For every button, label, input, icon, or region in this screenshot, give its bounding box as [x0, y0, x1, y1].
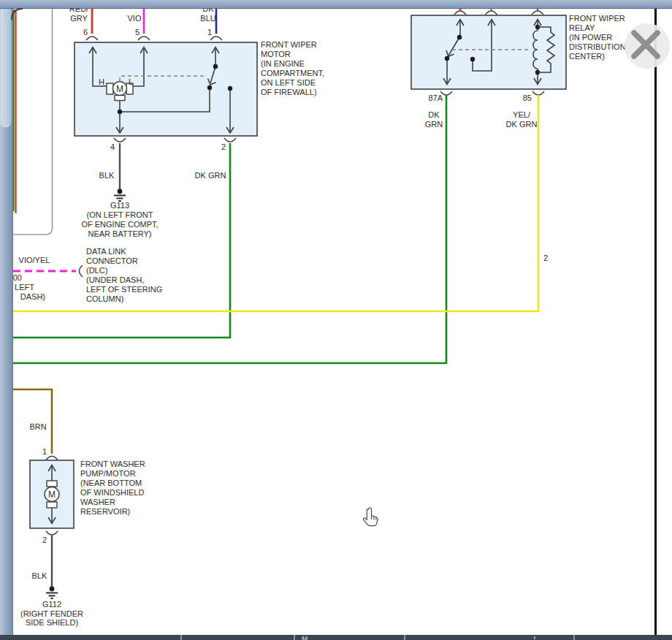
tab-divider: [180, 635, 182, 640]
front-washer-pump: BRN 1 M FRONT WASHER PUMP/MOTOR (NEAR BO…: [13, 389, 145, 627]
svg-text:CENTER): CENTER): [569, 52, 605, 61]
svg-text:COLUMN): COLUMN): [86, 294, 123, 303]
svg-text:DASH): DASH): [20, 292, 45, 301]
high-speed-label: H: [99, 77, 104, 86]
ground-symbol-g113: [114, 189, 126, 201]
pin-2-label: 2: [42, 536, 47, 544]
relay-contact-dot: [445, 56, 449, 61]
ground-location: NEAR BATTERY): [88, 229, 152, 238]
svg-text:MOTOR: MOTOR: [261, 50, 291, 58]
window-top-border: [0, 0, 672, 9]
ground-location: SIDE SHIELD): [26, 618, 78, 627]
svg-text:ON LEFT SIDE: ON LEFT SIDE: [261, 78, 316, 87]
pin-connector-arcs: [454, 11, 543, 15]
wire-label-vio-yel: VIO/YEL: [19, 256, 50, 264]
washer-pump-name: FRONT WASHER PUMP/MOTOR (NEAR BOTTOM OF …: [80, 460, 145, 516]
wire-label-vio: VIO: [128, 14, 142, 23]
wiper-relay-name: FRONT WIPER RELAY (IN POWER DISTRIBUTION…: [569, 14, 626, 61]
wire-label-dk-grn-1: DK: [428, 110, 440, 119]
pin-connector-arc: [46, 457, 58, 460]
wire-label-yel-2: DK GRN: [506, 120, 538, 129]
svg-text:DATA LINK: DATA LINK: [86, 247, 126, 256]
data-link-connector: VIO/YEL DATA LINK CONNECTOR (DLC) (UNDER…: [6, 247, 162, 303]
clipped-tab-mark: [534, 636, 535, 639]
pin-1-label: 1: [207, 28, 212, 37]
wire-label-dk-blu-2: BLU: [200, 14, 215, 23]
tab-divider: [294, 635, 295, 640]
svg-text:CONNECTOR: CONNECTOR: [86, 256, 138, 265]
bottom-tab-bar[interactable]: M: [0, 635, 672, 640]
junction-dot: [118, 110, 122, 114]
svg-text:(DLC): (DLC): [86, 266, 107, 275]
svg-text:(UNDER DASH,: (UNDER DASH,: [86, 275, 144, 284]
wire-label-brn: BRN: [29, 422, 46, 431]
svg-text:FRONT WIPER: FRONT WIPER: [569, 14, 625, 23]
pin-connector-arcs: [86, 37, 222, 40]
svg-text:00: 00: [13, 273, 22, 282]
motor-letter: M: [116, 84, 123, 94]
relay-contact-dot: [457, 35, 462, 39]
switch-contact-dot: [213, 64, 218, 69]
svg-text:FRONT WASHER: FRONT WASHER: [80, 460, 145, 468]
pin-1-label: 1: [42, 447, 47, 456]
pin-2-label-yellow-wire: 2: [543, 254, 548, 262]
pin-2-label: 2: [221, 142, 226, 151]
offscreen-component-box: [11, 9, 53, 235]
wire-label-yel-1: YEL/: [513, 110, 531, 119]
front-wiper-motor: RED/ GRY VIO DK BLU 6 5 1: [13, 4, 324, 338]
svg-text:RELAY: RELAY: [569, 23, 595, 32]
pin-85-label: 85: [523, 94, 532, 102]
switch-contact-dot: [228, 86, 232, 91]
ground-location: (RIGHT FENDER: [20, 609, 83, 618]
washer-motor-symbol: M: [45, 481, 59, 508]
svg-text:FRONT WIPER: FRONT WIPER: [261, 40, 317, 49]
pin-6-label: 6: [83, 28, 88, 37]
diagram-right-border: [654, 9, 657, 635]
ground-id-g112: G112: [42, 600, 61, 609]
svg-text:RESERVOIR): RESERVOIR): [80, 507, 130, 516]
svg-text:OF FIREWALL): OF FIREWALL): [261, 88, 317, 96]
tab-divider: [404, 635, 405, 640]
wiper-motor-name: FRONT WIPER MOTOR (IN ENGINE COMPARTMENT…: [261, 40, 324, 96]
ground-location: (ON LEFT FRONT: [87, 210, 153, 219]
wire-label-dk-grn: DK GRN: [195, 171, 226, 180]
ground-symbol-g112: [46, 587, 58, 598]
relay-contact-dot: [470, 57, 475, 61]
svg-text:DISTRIBUTION: DISTRIBUTION: [569, 42, 626, 51]
svg-text:OF WINDSHIELD: OF WINDSHIELD: [80, 488, 144, 497]
wire-label-dk-grn-2: GRN: [425, 120, 443, 129]
svg-text:LEFT OF STEERING: LEFT OF STEERING: [86, 285, 162, 294]
wire-brn: [13, 389, 52, 454]
wire-label-blk: BLK: [99, 171, 115, 180]
connector-arc: [80, 265, 83, 277]
svg-text:(IN POWER: (IN POWER: [569, 33, 612, 42]
wiring-schematic: RED/ GRY VIO DK BLU 6 5 1: [0, 0, 672, 640]
wiper-relay-box: [411, 15, 566, 89]
switch-contact-dot: [207, 85, 212, 90]
left-scrollbar-track[interactable]: [0, 9, 13, 635]
pin-connector-arcs: [114, 138, 236, 142]
pin-connector-arc: [46, 531, 58, 535]
pin-4-label: 4: [110, 142, 115, 151]
clipped-tab-label: M: [302, 636, 308, 640]
dlc-name: DATA LINK CONNECTOR (DLC) (UNDER DASH, L…: [86, 247, 162, 303]
svg-text:WASHER: WASHER: [80, 498, 115, 506]
motor-letter: M: [48, 489, 56, 500]
close-icon: [625, 23, 670, 69]
wiring-diagram-viewer: RED/ GRY VIO DK BLU 6 5 1: [0, 0, 672, 640]
pin-5-label: 5: [135, 28, 140, 37]
svg-text:COMPARTMENT,: COMPARTMENT,: [261, 69, 324, 77]
tab-divider: [573, 635, 575, 640]
svg-text:PUMP/MOTOR: PUMP/MOTOR: [80, 469, 136, 478]
svg-text:(NEAR BOTTOM: (NEAR BOTTOM: [80, 479, 142, 487]
low-speed-label: L: [129, 77, 133, 86]
wire-label-blk: BLK: [32, 571, 47, 580]
wire-label-red-gry-2: GRY: [70, 14, 88, 23]
close-button[interactable]: [625, 23, 670, 69]
ground-location: OF ENGINE COMPT,: [81, 220, 158, 229]
pin-87a-label: 87A: [428, 94, 443, 102]
ground-id-g113: G113: [110, 201, 129, 210]
svg-text:(IN ENGINE: (IN ENGINE: [261, 59, 305, 68]
scrollbar-thumb[interactable]: [1, 9, 11, 126]
